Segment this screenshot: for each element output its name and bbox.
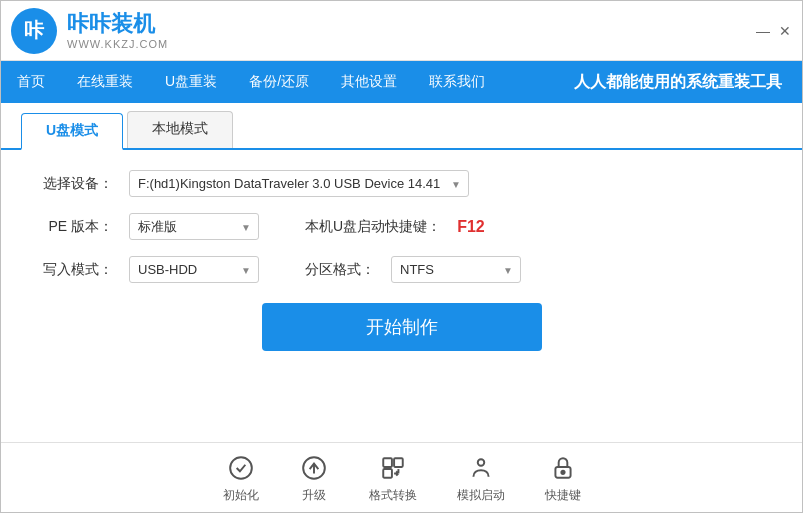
title-controls: — ✕ xyxy=(756,24,792,38)
nav-item-online-reinstall[interactable]: 在线重装 xyxy=(61,61,149,103)
hotkey-value: F12 xyxy=(457,218,485,236)
svg-point-0 xyxy=(230,457,252,479)
tab-usb-mode[interactable]: U盘模式 xyxy=(21,113,123,150)
main-window: 咔 咔咔装机 WWW.KKZJ.COM — ✕ 首页 在线重装 U盘重装 备份/… xyxy=(0,0,803,513)
device-select[interactable]: F:(hd1)Kingston DataTraveler 3.0 USB Dev… xyxy=(129,170,469,197)
write-partition-row: 写入模式： USB-HDD 分区格式： NTFS xyxy=(41,256,762,283)
partition-select[interactable]: NTFS xyxy=(391,256,521,283)
nav-slogan: 人人都能使用的系统重装工具 xyxy=(574,72,802,93)
pe-label: PE 版本： xyxy=(41,218,113,236)
toolbar-upgrade-label: 升级 xyxy=(302,487,326,504)
pe-hotkey-row: PE 版本： 标准版 本机U盘启动快捷键： F12 xyxy=(41,213,762,240)
toolbar-format-convert-label: 格式转换 xyxy=(369,487,417,504)
close-button[interactable]: ✕ xyxy=(778,24,792,38)
svg-point-8 xyxy=(561,471,564,474)
app-subtitle: WWW.KKZJ.COM xyxy=(67,38,168,50)
device-label: 选择设备： xyxy=(41,175,113,193)
nav-bar: 首页 在线重装 U盘重装 备份/还原 其他设置 联系我们 人人都能使用的系统重装… xyxy=(1,61,802,103)
toolbar-format-convert[interactable]: 格式转换 xyxy=(369,453,417,504)
title-bar: 咔 咔咔装机 WWW.KKZJ.COM — ✕ xyxy=(1,1,802,61)
svg-rect-5 xyxy=(383,469,392,478)
pe-select-wrapper[interactable]: 标准版 xyxy=(129,213,259,240)
check-circle-icon xyxy=(226,453,256,483)
app-logo: 咔 xyxy=(11,8,57,54)
write-select-wrapper[interactable]: USB-HDD xyxy=(129,256,259,283)
nav-item-usb-reinstall[interactable]: U盘重装 xyxy=(149,61,233,103)
bottom-toolbar: 初始化 升级 格式转换 xyxy=(1,442,802,512)
toolbar-shortcut[interactable]: 快捷键 xyxy=(545,453,581,504)
main-content: 选择设备： F:(hd1)Kingston DataTraveler 3.0 U… xyxy=(1,150,802,442)
toolbar-initialize-label: 初始化 xyxy=(223,487,259,504)
write-label: 写入模式： xyxy=(41,261,113,279)
transfer-icon xyxy=(378,453,408,483)
pe-select[interactable]: 标准版 xyxy=(129,213,259,240)
minimize-button[interactable]: — xyxy=(756,24,770,38)
title-text-block: 咔咔装机 WWW.KKZJ.COM xyxy=(67,11,168,49)
logo-icon: 咔 xyxy=(24,17,44,44)
partition-label: 分区格式： xyxy=(305,261,375,279)
device-select-wrapper[interactable]: F:(hd1)Kingston DataTraveler 3.0 USB Dev… xyxy=(129,170,469,197)
upload-icon xyxy=(299,453,329,483)
person-screen-icon xyxy=(466,453,496,483)
svg-point-6 xyxy=(477,459,484,466)
nav-item-other-settings[interactable]: 其他设置 xyxy=(325,61,413,103)
toolbar-initialize[interactable]: 初始化 xyxy=(223,453,259,504)
toolbar-simulate-boot[interactable]: 模拟启动 xyxy=(457,453,505,504)
toolbar-shortcut-label: 快捷键 xyxy=(545,487,581,504)
nav-item-backup-restore[interactable]: 备份/还原 xyxy=(233,61,325,103)
app-title: 咔咔装机 xyxy=(67,11,168,37)
tab-area: U盘模式 本地模式 xyxy=(1,103,802,150)
start-button[interactable]: 开始制作 xyxy=(262,303,542,351)
nav-item-home[interactable]: 首页 xyxy=(1,61,61,103)
svg-rect-4 xyxy=(394,458,403,467)
toolbar-upgrade[interactable]: 升级 xyxy=(299,453,329,504)
hotkey-label: 本机U盘启动快捷键： xyxy=(305,218,441,236)
tab-local-mode[interactable]: 本地模式 xyxy=(127,111,233,148)
partition-select-wrapper[interactable]: NTFS xyxy=(391,256,521,283)
svg-rect-3 xyxy=(383,458,392,467)
nav-item-contact[interactable]: 联系我们 xyxy=(413,61,501,103)
device-row: 选择设备： F:(hd1)Kingston DataTraveler 3.0 U… xyxy=(41,170,762,197)
toolbar-simulate-boot-label: 模拟启动 xyxy=(457,487,505,504)
lock-icon xyxy=(548,453,578,483)
write-select[interactable]: USB-HDD xyxy=(129,256,259,283)
